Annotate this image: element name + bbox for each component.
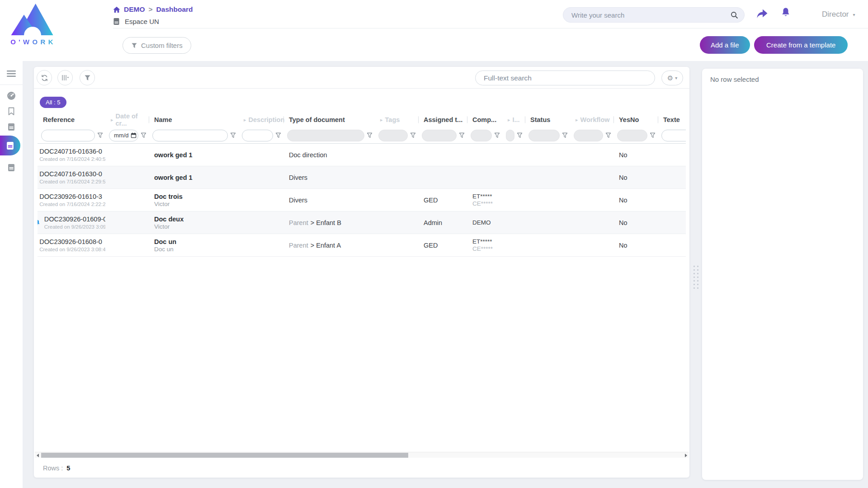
table-row[interactable]: DOC240716-01636-0Created on 7/16/2024 2:… (38, 144, 686, 166)
filter-input-reference[interactable] (41, 130, 95, 141)
column-header-texte[interactable]: Texte (658, 116, 686, 123)
all-rows-badge[interactable]: All : 5 (40, 97, 66, 108)
sidebar-item-documents-active[interactable] (0, 136, 20, 155)
cell-workflow (570, 189, 613, 211)
create-from-template-button[interactable]: Create from a template (754, 36, 848, 54)
column-expand-arrow[interactable]: ▸ (508, 117, 510, 123)
yesno-value: No (619, 242, 654, 249)
column-header-date-of-cr[interactable]: ▸Date of cr... (105, 113, 149, 127)
table-row[interactable]: DOC230926-01608-0Created on 9/26/2023 3:… (38, 234, 686, 257)
cell-i (502, 144, 525, 166)
space-label: Espace UN (125, 18, 159, 25)
column-header-status[interactable]: Status (525, 116, 570, 123)
global-search-input[interactable] (571, 11, 731, 19)
custom-filters-button[interactable]: Custom filters (123, 37, 191, 54)
sidebar-item-library[interactable] (0, 120, 23, 134)
app-logo[interactable]: O'WORK (7, 3, 58, 46)
breadcrumb-root[interactable]: DEMO (124, 5, 145, 14)
filter-funnel-icon[interactable] (494, 132, 500, 138)
column-header-workflow[interactable]: ▸Workflow (570, 116, 613, 123)
column-header-assigned-t[interactable]: Assigned t... (418, 116, 467, 123)
filter-cell-status (525, 130, 570, 141)
filter-input-texte[interactable] (661, 130, 686, 141)
sidebar-item-archives[interactable] (0, 161, 23, 174)
sidebar-item-dashboard[interactable] (0, 89, 23, 103)
add-file-button[interactable]: Add a file (700, 36, 750, 54)
column-header-comp[interactable]: Comp... (467, 116, 502, 123)
column-label: Description (249, 116, 285, 123)
filter-funnel-icon[interactable] (141, 132, 146, 138)
filter-cell-texte (658, 130, 686, 141)
filter-funnel-icon[interactable] (230, 132, 236, 138)
gauge-icon (7, 91, 16, 100)
breadcrumb-separator: > (149, 5, 153, 14)
notifications-bell-icon[interactable] (781, 7, 791, 18)
column-header-description[interactable]: ▸Description (238, 116, 283, 123)
sidebar-item-bookmarks[interactable] (0, 104, 23, 118)
filter-funnel-icon[interactable] (517, 132, 523, 138)
column-expand-arrow[interactable]: ▸ (576, 117, 578, 123)
filter-funnel-icon[interactable] (459, 132, 465, 138)
cell-assigned-t: GED (418, 189, 467, 211)
table-filter-row: mm/d (38, 127, 686, 144)
fulltext-search-input[interactable] (484, 74, 646, 82)
filter-date-input-date-of-cr[interactable]: mm/d (109, 130, 138, 141)
breadcrumb-current[interactable]: Dashboard (156, 5, 193, 14)
column-header-reference[interactable]: Reference (38, 116, 105, 123)
document-type: Doc direction (289, 151, 371, 159)
filter-funnel-icon[interactable] (275, 132, 281, 138)
table-row[interactable]: EWDOC230926-01609-0Created on 9/26/2023 … (38, 211, 686, 234)
sidebar-menu-toggle[interactable] (0, 67, 23, 80)
column-header-type-of-document[interactable]: Type of document (283, 116, 375, 123)
column-header-name[interactable]: Name (149, 116, 238, 123)
assigned-to: GED (424, 242, 463, 249)
column-header-i[interactable]: ▸I... (502, 116, 525, 123)
table-settings-button[interactable]: ⚙ ▾ (661, 70, 683, 85)
scrollbar-thumb[interactable] (41, 453, 408, 458)
documents-panel: ⚙ ▾ All : 5 Reference▸Date of cr...Name▸… (34, 67, 689, 478)
filter-funnel-icon[interactable] (97, 132, 103, 138)
column-header-tags[interactable]: ▸Tags (375, 116, 418, 123)
yesno-value: No (619, 219, 654, 226)
column-label: Comp... (472, 116, 496, 123)
filter-input-description[interactable] (242, 130, 273, 141)
filter-funnel-icon[interactable] (410, 132, 416, 138)
columns-menu-button[interactable] (57, 70, 73, 85)
column-label: Status (530, 116, 550, 123)
panel-resize-grip[interactable] (693, 266, 698, 291)
column-label: Type of document (289, 116, 345, 123)
calendar-icon[interactable] (131, 132, 137, 138)
document-name: owork ged 1 (154, 174, 235, 181)
filter-cell-name (149, 130, 238, 141)
cell-name: Doc unDoc un (149, 234, 238, 256)
sidebar-divider (0, 84, 23, 85)
scroll-left-arrow[interactable] (35, 452, 40, 458)
filter-input-name[interactable] (152, 130, 228, 141)
refresh-button[interactable] (37, 70, 52, 85)
search-icon[interactable] (731, 11, 738, 19)
filter-funnel-icon[interactable] (650, 132, 656, 138)
column-expand-arrow[interactable]: ▸ (380, 117, 383, 123)
scroll-right-arrow[interactable] (683, 452, 689, 458)
column-expand-arrow[interactable]: ▸ (111, 117, 113, 123)
column-divider (658, 117, 658, 123)
column-header-yesno[interactable]: YesNo (613, 116, 658, 123)
table-footer: Rows : 5 (34, 459, 70, 478)
column-divider (467, 117, 467, 123)
table-row[interactable]: DOC240716-01630-0Created on 7/16/2024 2:… (38, 166, 686, 189)
filter-funnel-icon[interactable] (562, 132, 568, 138)
cell-workflow (570, 211, 613, 234)
filter-funnel-icon[interactable] (605, 132, 611, 138)
column-expand-arrow[interactable]: ▸ (244, 117, 246, 123)
space-title: Espace UN (113, 18, 159, 25)
horizontal-scrollbar[interactable] (35, 452, 689, 458)
filter-button[interactable] (80, 70, 95, 85)
share-forward-icon[interactable] (756, 8, 769, 19)
filter-input-type-of-document-disabled (287, 130, 364, 141)
created-date-text: Created on 7/16/2024 2:40:59 AM (39, 156, 105, 162)
user-role-menu[interactable]: Director ▾ (822, 10, 855, 19)
table-row[interactable]: DOC230926-01610-3Created on 7/16/2024 2:… (38, 189, 686, 211)
filter-funnel-icon[interactable] (367, 132, 373, 138)
cell-type-of-document: Parent> Enfant A (283, 234, 375, 256)
home-icon[interactable] (113, 6, 120, 13)
